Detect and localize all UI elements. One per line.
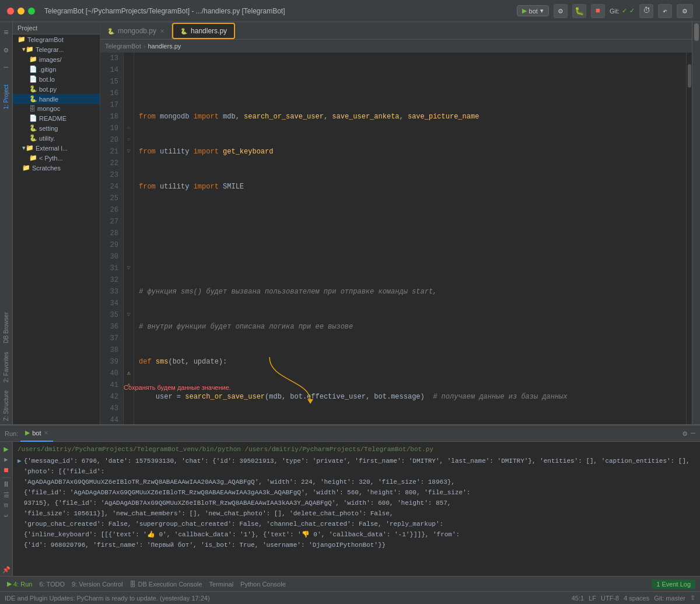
debug-button[interactable]: 🐛	[572, 4, 586, 18]
tab-project[interactable]: 1: Project	[2, 81, 10, 113]
run-tab-close[interactable]: ✕	[44, 430, 48, 436]
run-tab-label: 4: Run	[13, 581, 32, 588]
history-button[interactable]: ⏱	[639, 4, 653, 18]
tree-item-root[interactable]: 📁 TelegramBot	[13, 34, 100, 44]
left-panel-tabs: ≡ ⚙ ─ 1: Project DB Browser 2: Favorites…	[0, 22, 13, 424]
db-icon-small: 🗄	[130, 581, 136, 588]
tree-item-botpy[interactable]: 🐍 bot.py	[13, 84, 100, 94]
cursor-position[interactable]: 45:1	[572, 595, 584, 602]
file-icon: 📄	[29, 75, 37, 83]
output-text: {'message_id': 6796, 'date': 1575393130,…	[24, 456, 695, 550]
build-button[interactable]: ⚙	[554, 4, 568, 18]
tab-handlers[interactable]: 🐍 handlers.py	[172, 23, 235, 39]
stop-button[interactable]: ■	[591, 4, 605, 18]
mini-scrollbar[interactable]	[686, 53, 692, 424]
run-filter-icon[interactable]: ⊟	[4, 501, 8, 509]
output-path-line: /users/dmitriy/PycharmProjects/TelegramB…	[18, 444, 695, 455]
tree-item-python[interactable]: 📁 < Pyth...	[13, 153, 100, 163]
run-status-tab[interactable]: ▶ 4: Run	[5, 580, 34, 588]
tab-structure[interactable]: Z: Structure	[2, 387, 10, 424]
tree-label: setting	[39, 125, 58, 132]
run-output-content: /users/dmitriy/PycharmProjects/TelegramB…	[13, 442, 700, 576]
run-controls: ▶ ▲ ■ ⏸ ☰ ⊟ ↵ 📌	[0, 442, 13, 576]
tree-item-handlerspy[interactable]: 🐍 handle	[13, 94, 100, 104]
tree-label: Telegrar...	[36, 46, 64, 53]
status-bar-right: 45:1 LF UTF-8 4 spaces Git: master ⇧	[572, 594, 695, 602]
maximize-button[interactable]	[28, 8, 35, 15]
code-line-19: # функция sms() будет вызвана пользовате…	[139, 286, 681, 298]
tree-item-scratches[interactable]: 📁 Scratches	[13, 163, 100, 173]
status-bar: IDE and Plugin Updates: PyCharm is ready…	[0, 591, 700, 604]
title-bar: TelegramBot [~/PycharmProjects/TelegramB…	[0, 0, 700, 22]
tab-mongodb[interactable]: 🐍 mongodb.py ✕	[100, 23, 172, 39]
folder-icon: 📁	[29, 55, 37, 63]
run-config-button[interactable]: ▶ bot ▾	[517, 5, 549, 16]
undo-button[interactable]: ↶	[658, 4, 672, 18]
tree-item-utility[interactable]: 🐍 utility.	[13, 133, 100, 143]
title-bar-left: TelegramBot [~/PycharmProjects/TelegramB…	[7, 7, 285, 15]
tree-item-botlog[interactable]: 📄 bot.lo	[13, 74, 100, 84]
code-line-22: user = search_or_save_user(mdb, bot.effe…	[139, 391, 681, 403]
file-py-icon: 🐍	[29, 95, 37, 103]
terminal-tab[interactable]: Terminal	[207, 581, 236, 588]
tree-label: utility.	[39, 135, 55, 142]
run-wrap-icon[interactable]: ↵	[4, 511, 8, 519]
tree-label: Scratches	[32, 165, 61, 172]
play-icon: ▶	[7, 580, 12, 588]
run-list-icon[interactable]: ☰	[4, 491, 9, 499]
tree-item-images[interactable]: 📁 images/	[13, 54, 100, 64]
python-console-tab[interactable]: Python Console	[238, 581, 288, 588]
vc-tab[interactable]: 9: Version Control	[69, 581, 125, 588]
encoding[interactable]: UTF-8	[601, 595, 619, 602]
right-scrollbar[interactable]	[692, 22, 700, 424]
run-pin-icon[interactable]: 📌	[2, 566, 10, 574]
line-sep[interactable]: LF	[589, 595, 596, 602]
tab-label: mongodb.py	[118, 27, 156, 35]
todo-tab[interactable]: 6: TODO	[37, 581, 67, 588]
python-console-label: Python Console	[240, 581, 286, 588]
tree-label: bot.lo	[39, 76, 55, 83]
upload-icon[interactable]: ⇧	[690, 594, 695, 602]
tab-db-browser[interactable]: DB Browser	[2, 309, 10, 347]
todo-label: 6: TODO	[39, 581, 65, 588]
run-stop-icon[interactable]: ■	[4, 466, 8, 475]
code-editor[interactable]: 13 14 15 16 17 18 19 20 21 22 23 24 25 2…	[100, 53, 692, 424]
tree-item-external[interactable]: ▾📁 External l...	[13, 143, 100, 153]
bottom-panel: Run: ▶ bot ✕ ⚙ ─ ▶ ▲ ■ ⏸ ☰ ⊟ ↵ 📌	[0, 424, 700, 576]
run-tab-bot[interactable]: ▶ bot ✕	[20, 425, 52, 442]
run-play-icon[interactable]: ▶	[4, 444, 8, 454]
minimize-icon[interactable]: ─	[3, 60, 10, 75]
settings-gear-icon[interactable]: ⚙	[3, 42, 10, 58]
collapse-icon[interactable]: ≡	[2, 25, 9, 41]
git-branch[interactable]: Git: master	[654, 595, 685, 602]
run-tab-label: bot	[32, 430, 41, 437]
settings-icon[interactable]: ⚙	[682, 429, 687, 438]
minimize-button[interactable]	[18, 8, 24, 15]
traffic-lights	[7, 8, 35, 15]
run-up-icon[interactable]: ▲	[2, 458, 9, 462]
run-pause-icon[interactable]: ⏸	[2, 480, 10, 489]
folder-icon: 📁	[18, 36, 26, 43]
tree-item-settings[interactable]: 🐍 setting	[13, 123, 100, 133]
folder-icon: 📁	[22, 164, 30, 172]
panel-minimize-icon[interactable]: ─	[691, 429, 695, 438]
tab-close-icon[interactable]: ✕	[160, 28, 164, 34]
project-panel: Project 📁 TelegramBot ▾📁 Telegrar... 📁 i…	[13, 22, 100, 424]
tree-item-mongodb[interactable]: 🗄 mongoc	[13, 104, 100, 113]
folder-icon: 📁	[29, 154, 37, 162]
db-execution-tab[interactable]: 🗄 DB Execution Console	[127, 581, 204, 588]
bc-project: TelegramBot	[105, 43, 141, 50]
file-py-icon: 🐍	[29, 85, 37, 93]
close-button[interactable]	[7, 8, 14, 15]
event-log-tab[interactable]: 1 Event Log	[652, 579, 695, 589]
tree-item-telegrambot[interactable]: ▾📁 Telegrar...	[13, 44, 100, 54]
tab-favorites[interactable]: 2: Favorites	[2, 348, 10, 386]
tree-item-readme[interactable]: 📄 README	[13, 113, 100, 123]
code-lines: from mongodb import mdb, search_or_save_…	[134, 53, 686, 424]
code-line-18	[139, 251, 681, 263]
git-status: Git: ✓ ✓	[610, 7, 635, 15]
indent-setting[interactable]: 4 spaces	[624, 595, 649, 602]
tree-item-gitignore[interactable]: 📄 .gitign	[13, 64, 100, 74]
main-area: ≡ ⚙ ─ 1: Project DB Browser 2: Favorites…	[0, 22, 700, 424]
settings-button[interactable]: ⚙	[677, 4, 693, 18]
